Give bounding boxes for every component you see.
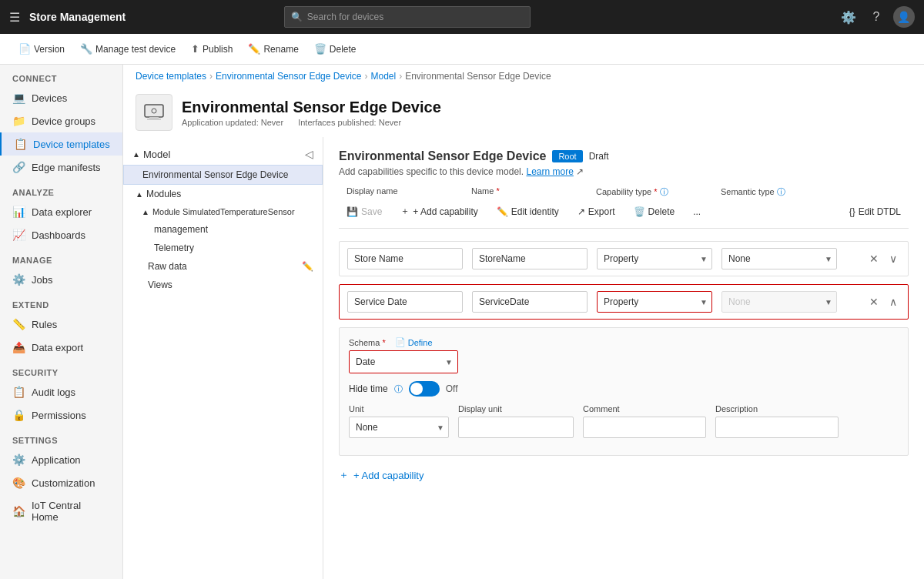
delete-button[interactable]: 🗑️ Delete — [308, 40, 363, 58]
search-bar[interactable]: 🔍 — [284, 6, 531, 28]
manage-test-button[interactable]: 🔧 Manage test device — [74, 40, 182, 58]
row1-semantic-select[interactable]: None — [721, 248, 837, 269]
help-icon[interactable]: ? — [865, 6, 887, 28]
schema-define-button[interactable]: 📄 Define — [395, 337, 433, 347]
export-button[interactable]: ↗ Export — [570, 202, 623, 221]
sidebar-item-dashboards[interactable]: 📈 Dashboards — [0, 223, 122, 246]
sidebar-item-data-export[interactable]: 📤 Data export — [0, 336, 122, 359]
modules-chevron: ▲ — [136, 190, 143, 199]
user-avatar[interactable]: 👤 — [893, 6, 915, 28]
model-panel: ▲ Model ◁ Environmental Sensor Edge Devi… — [123, 137, 323, 579]
row2-capability-wrap: Property Telemetry Command ▼ — [597, 291, 712, 313]
row2-delete-button[interactable]: ✕ — [866, 294, 882, 310]
sidebar-item-devices[interactable]: 💻 Devices — [0, 86, 122, 109]
row2-collapse-button[interactable]: ∧ — [886, 294, 900, 310]
search-input[interactable] — [307, 12, 524, 22]
sidebar-item-customization[interactable]: 🎨 Customization — [0, 471, 122, 494]
meta-interfaces: Interfaces published: Never — [298, 118, 401, 127]
sidebar-item-jobs[interactable]: ⚙️ Jobs — [0, 268, 122, 291]
collapse-model-icon[interactable]: ◁ — [305, 148, 313, 160]
sidebar-settings-label: Settings — [0, 427, 122, 448]
sidebar-item-rules[interactable]: 📏 Rules — [0, 313, 122, 336]
sidebar-item-audit-logs[interactable]: 📋 Audit logs — [0, 380, 122, 403]
row2-actions: ✕ ∧ — [866, 294, 900, 310]
model-tree-selected-item[interactable]: Environmental Sensor Edge Device — [123, 165, 323, 185]
schema-define-icon: 📄 — [395, 337, 406, 347]
unit-select[interactable]: None — [349, 417, 449, 438]
sidebar-item-device-groups[interactable]: 📁 Device groups — [0, 109, 122, 132]
add-capability-button[interactable]: ＋ + Add capability — [339, 464, 424, 487]
col-header-capability-type: Capability type * ⓘ — [596, 186, 711, 198]
modules-header: ▲ Modules — [123, 185, 323, 203]
add-capability-toolbar-button[interactable]: ＋ + Add capability — [393, 201, 485, 222]
capability-row-2: Property Telemetry Command ▼ None — [339, 284, 909, 320]
row2-capability-select[interactable]: Property Telemetry Command — [597, 291, 712, 313]
hamburger-icon[interactable]: ☰ — [9, 10, 20, 25]
row1-expand-button[interactable]: ∨ — [886, 251, 900, 266]
sidebar-item-edge-manifests[interactable]: 🔗 Edge manifests — [0, 156, 122, 179]
row2-capability-type-col: Property Telemetry Command ▼ — [597, 291, 712, 313]
publish-button[interactable]: ⬆ Publish — [185, 40, 239, 58]
module-chevron: ▲ — [142, 208, 149, 216]
save-button[interactable]: 💾 Save — [339, 202, 390, 221]
raw-data-edit-icon[interactable]: ✏️ — [302, 261, 313, 272]
sidebar-item-data-explorer[interactable]: 📊 Data explorer — [0, 200, 122, 223]
edge-manifests-icon: 🔗 — [12, 161, 25, 173]
draft-badge: Draft — [589, 151, 609, 162]
sidebar-item-application[interactable]: ⚙️ Application — [0, 448, 122, 471]
hide-time-toggle[interactable] — [409, 381, 440, 397]
topbar-icons: ⚙️ ? 👤 — [838, 6, 915, 28]
schema-select-wrap: Date DateTime String Integer Float Boole… — [350, 351, 457, 373]
sidebar-connect-label: Connect — [0, 65, 122, 86]
model-leaf-management[interactable]: management — [123, 220, 323, 239]
more-button[interactable]: ... — [685, 202, 708, 221]
schema-select[interactable]: Date DateTime String Integer Float Boole… — [350, 351, 457, 373]
expanded-section: Schema * 📄 Define — [339, 327, 909, 456]
comment-col: Comment — [583, 404, 706, 438]
sidebar-security-label: Security — [0, 359, 122, 380]
delete-cap-button[interactable]: 🗑️ Delete — [626, 202, 683, 221]
settings-icon[interactable]: ⚙️ — [838, 6, 859, 28]
edit-identity-button[interactable]: ✏️ Edit identity — [489, 202, 567, 221]
unit-label: Unit — [349, 404, 449, 413]
row2-semantic-select[interactable]: None — [721, 291, 837, 313]
page-header-icon — [136, 94, 172, 131]
row2-display-name-input[interactable] — [347, 291, 463, 313]
raw-data-item[interactable]: Raw data ✏️ — [123, 257, 323, 276]
main-toolbar: 📄 Version 🔧 Manage test device ⬆ Publish… — [0, 34, 924, 65]
row1-delete-button[interactable]: ✕ — [866, 251, 882, 266]
edit-identity-icon: ✏️ — [497, 206, 508, 217]
device-groups-icon: 📁 — [12, 115, 25, 127]
sidebar-item-iot-home[interactable]: 🏠 IoT Central Home — [0, 494, 122, 528]
form-column-headers: Display name Name * Capability type * ⓘ … — [339, 186, 909, 198]
row1-capability-type-col: Property Telemetry Command ▼ — [597, 248, 712, 269]
row1-name-input[interactable] — [472, 248, 588, 269]
row2-display-name-col — [347, 291, 463, 313]
row1-capability-select[interactable]: Property Telemetry Command — [597, 248, 712, 269]
display-unit-input[interactable] — [458, 417, 574, 438]
views-item[interactable]: Views — [123, 276, 323, 294]
row2-name-input[interactable] — [472, 291, 588, 313]
comment-input[interactable] — [583, 417, 706, 438]
breadcrumb-device-templates[interactable]: Device templates — [136, 71, 206, 82]
sidebar-item-device-templates[interactable]: 📋 Device templates — [0, 132, 122, 156]
row2-semantic-type-col: None ▼ — [721, 291, 837, 313]
split-content: ▲ Model ◁ Environmental Sensor Edge Devi… — [123, 137, 924, 579]
unit-col: Unit None ▼ — [349, 404, 449, 438]
row1-display-name-input[interactable] — [347, 248, 463, 269]
edit-dtdl-button[interactable]: {} Edit DTDL — [842, 202, 909, 221]
learn-more-link[interactable]: Learn more — [526, 166, 573, 177]
capability-description: Add capabilities specific to this device… — [339, 166, 909, 177]
version-button[interactable]: 📄 Version — [12, 40, 71, 58]
svg-rect-2 — [147, 119, 161, 120]
name-required-star: * — [496, 186, 499, 196]
model-leaf-telemetry[interactable]: Telemetry — [123, 239, 323, 257]
row1-capability-wrap: Property Telemetry Command ▼ — [597, 248, 712, 269]
sidebar-item-permissions[interactable]: 🔒 Permissions — [0, 403, 122, 427]
breadcrumb-model[interactable]: Model — [370, 71, 396, 82]
rename-button[interactable]: ✏️ Rename — [242, 40, 304, 58]
export-icon: ↗ — [578, 206, 585, 217]
breadcrumb-device-name[interactable]: Environmental Sensor Edge Device — [216, 71, 361, 82]
rules-icon: 📏 — [12, 318, 25, 330]
description-input[interactable] — [715, 417, 839, 438]
